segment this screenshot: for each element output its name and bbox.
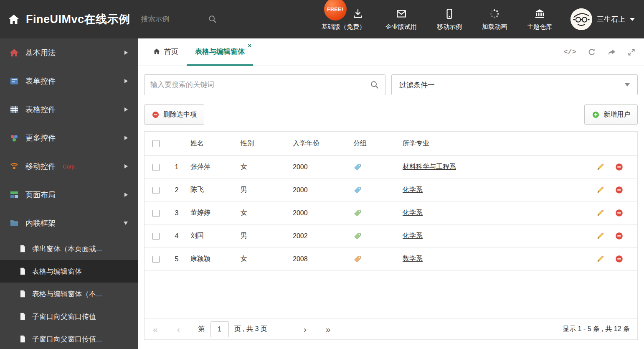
delete-selected-button[interactable]: 删除选中项 — [144, 104, 204, 125]
edit-pencil-icon[interactable] — [596, 255, 605, 264]
pager-divider — [285, 324, 285, 335]
first-page-button[interactable]: « — [152, 325, 159, 334]
page-suffix-label: 页 , 共 3 页 — [234, 325, 267, 334]
sidebar-item-mobile-controls[interactable]: 移动控件 Corp. — [0, 152, 138, 181]
form-icon — [9, 76, 19, 86]
brand[interactable]: FineUIMvc在线示例 — [8, 12, 130, 27]
expand-icon[interactable] — [627, 48, 636, 56]
cell-row-number: 2 — [167, 178, 186, 201]
row-checkbox[interactable] — [152, 210, 160, 217]
major-link[interactable]: 材料科学与工程系 — [403, 163, 456, 170]
column-major: 所学专业 — [398, 132, 594, 155]
cell-name: 陈飞 — [186, 178, 236, 201]
nav-item-basic-edition[interactable]: FREE! 基础版（免费） — [322, 8, 365, 31]
table-row: 5 康颖颖 女 2008 数学系 — [145, 247, 637, 270]
sidebar-item-grid-controls[interactable]: 表格控件 — [0, 95, 138, 124]
top-search — [141, 15, 225, 24]
sidebar-subitem-label: 子窗口向父窗口传值... — [32, 334, 102, 344]
refresh-icon[interactable] — [587, 48, 596, 57]
sidebar-item-label: 更多控件 — [25, 133, 56, 143]
sidebar-subitem-grid-edit-window[interactable]: 表格与编辑窗体 — [0, 260, 138, 283]
cell-row-number: 3 — [167, 201, 186, 224]
table-row: 1 张萍萍 女 2000 材料科学与工程系 — [145, 155, 637, 178]
file-icon — [18, 334, 27, 344]
edit-pencil-icon[interactable] — [596, 163, 605, 172]
column-row-number — [167, 132, 186, 155]
pagination-bar: « ‹ 第 页 , 共 3 页 › » 显示 1 - 5 条 , 共 12 条 — [145, 318, 637, 339]
sidebar-item-page-layout[interactable]: 页面布局 — [0, 181, 138, 209]
column-edit — [594, 132, 613, 155]
row-checkbox[interactable] — [152, 164, 160, 171]
tab-home[interactable]: 首页 — [145, 38, 187, 66]
nav-item-theme-store[interactable]: 主题仓库 — [527, 8, 552, 31]
sidebar-item-label: 移动控件 — [25, 161, 56, 171]
main-area: 首页 表格与编辑窗体 × </> — [138, 38, 644, 349]
sidebar-item-label: 基本用法 — [25, 48, 56, 58]
group-tag-icon — [353, 255, 362, 263]
sidebar-item-label: 表格控件 — [25, 104, 56, 115]
grid-toolbar: 删除选中项 新增用户 — [144, 104, 638, 125]
major-link[interactable]: 化学系 — [403, 232, 423, 239]
sidebar-item-form-controls[interactable]: 表单控件 — [0, 67, 138, 95]
delete-row-icon[interactable] — [615, 209, 624, 217]
app-header: FineUIMvc在线示例 FREE! 基础版（免费） 企业版试用 移动示例 加… — [0, 0, 644, 38]
page-number-input[interactable] — [210, 321, 229, 337]
cell-name: 刘国 — [186, 224, 236, 247]
nav-item-loading-animation[interactable]: 加载动画 — [482, 8, 507, 31]
share-icon[interactable] — [607, 48, 616, 57]
header-checkbox[interactable] — [152, 140, 160, 147]
edit-pencil-icon[interactable] — [596, 186, 605, 195]
nav-item-enterprise-trial[interactable]: 企业版试用 — [385, 8, 417, 31]
tab-bar: 首页 表格与编辑窗体 × </> — [138, 38, 644, 66]
last-page-button[interactable]: » — [325, 325, 332, 334]
nav-item-mobile-demo[interactable]: 移动示例 — [437, 8, 462, 31]
top-search-input[interactable] — [141, 15, 208, 23]
table-row: 4 刘国 男 2002 化学系 — [145, 224, 637, 247]
major-link[interactable]: 化学系 — [403, 186, 423, 193]
next-page-button[interactable]: › — [303, 325, 307, 334]
tab-grid-edit-window[interactable]: 表格与编辑窗体 × — [187, 38, 253, 66]
keyword-search-input[interactable] — [150, 81, 370, 89]
sidebar-subitem-label: 子窗口向父窗口传值 — [32, 312, 96, 321]
user-menu[interactable]: 三生石上 — [570, 8, 635, 30]
download-icon — [352, 8, 363, 19]
row-checkbox[interactable] — [152, 233, 160, 240]
table-row: 3 董婷婷 女 2000 化学系 — [145, 201, 637, 224]
page-prefix-label: 第 — [198, 325, 205, 334]
add-user-button[interactable]: 新增用户 — [584, 104, 638, 125]
code-icon[interactable]: </> — [563, 48, 576, 56]
search-icon[interactable] — [370, 80, 379, 89]
delete-row-icon[interactable] — [615, 232, 624, 240]
edit-pencil-icon[interactable] — [596, 209, 605, 218]
sidebar-subitem-child-to-parent[interactable]: 子窗口向父窗口传值 — [0, 305, 138, 328]
edit-pencil-icon[interactable] — [596, 232, 605, 241]
delete-row-icon[interactable] — [615, 255, 624, 263]
dots-cluster-icon — [9, 133, 19, 143]
delete-row-icon[interactable] — [615, 163, 624, 171]
sidebar-subitem-grid-edit-window-2[interactable]: 表格与编辑窗体（不... — [0, 283, 138, 305]
home-icon — [8, 13, 20, 25]
major-link[interactable]: 数学系 — [403, 255, 423, 262]
major-link[interactable]: 化学系 — [403, 209, 423, 216]
bank-icon — [534, 8, 545, 19]
cell-row-number: 5 — [167, 247, 186, 270]
search-icon[interactable] — [208, 15, 217, 24]
sidebar-subitem-popup-window[interactable]: 弹出窗体（本页面或... — [0, 237, 138, 260]
delete-row-icon[interactable] — [615, 186, 624, 194]
sidebar-subitem-child-to-parent-2[interactable]: 子窗口向父窗口传值... — [0, 328, 138, 349]
close-icon[interactable]: × — [248, 42, 251, 48]
sidebar-item-label: 表单控件 — [25, 76, 56, 86]
prev-page-button[interactable]: ‹ — [176, 325, 181, 334]
row-checkbox[interactable] — [152, 256, 160, 263]
chevron-right-icon — [124, 107, 128, 112]
sidebar-item-more-controls[interactable]: 更多控件 — [0, 124, 138, 152]
nav-label: 主题仓库 — [527, 23, 552, 31]
row-checkbox[interactable] — [152, 187, 160, 194]
filter-select[interactable]: 过滤条件一 — [391, 74, 638, 95]
sidebar-item-basic-usage[interactable]: 基本用法 — [0, 38, 138, 67]
sidebar-item-iframe[interactable]: 内联框架 — [0, 209, 138, 237]
layout-icon — [9, 190, 19, 200]
filter-selected-value: 过滤条件一 — [399, 80, 435, 90]
chevron-right-icon — [124, 164, 128, 168]
chevron-down-icon — [630, 18, 635, 21]
